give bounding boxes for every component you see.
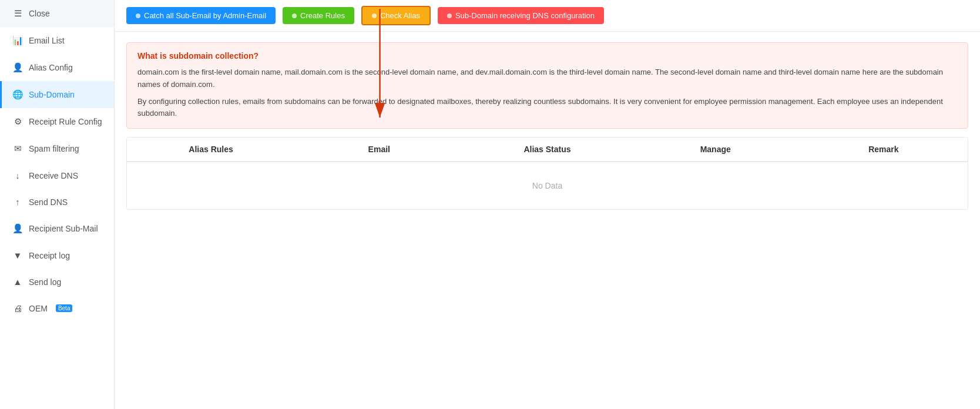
table-col-alias-status: Alias Status [463, 145, 631, 154]
sidebar-item-label-send-dns: Send DNS [29, 197, 68, 207]
create-rules-label: Create Rules [300, 11, 345, 20]
sidebar-item-label-oem: OEM [29, 304, 48, 313]
create-rules-dot-icon [292, 14, 297, 18]
send-log-icon: ▲ [12, 277, 23, 287]
main-content: Catch all Sub-Email by Admin-EmailCreate… [115, 0, 980, 409]
spam-filtering-icon: ✉ [12, 143, 23, 154]
create-rules-button[interactable]: Create Rules [283, 7, 354, 24]
check-alias-dot-icon [372, 14, 377, 18]
sidebar-item-send-log[interactable]: ▲Send log [0, 269, 114, 295]
sidebar-item-label-email-list: Email List [29, 36, 65, 45]
table-body: No Data [127, 162, 968, 209]
sidebar-item-label-send-log: Send log [29, 277, 61, 287]
sidebar-item-label-receipt-rule: Receipt Rule Config [29, 117, 102, 126]
sidebar-item-send-dns[interactable]: ↑Send DNS [0, 189, 114, 215]
sidebar-item-label-sub-domain: Sub-Domain [29, 90, 75, 99]
info-box-paragraph-1: domain.com is the first-level domain nam… [137, 66, 957, 91]
receive-dns-icon: ↓ [12, 170, 23, 180]
table-col-remark: Remark [800, 145, 968, 154]
sidebar-item-receipt-rule[interactable]: ⚙Receipt Rule Config [0, 108, 114, 135]
info-box-paragraph-2: By configuring collection rules, emails … [137, 96, 957, 120]
sidebar-item-receipt-log[interactable]: ▼Receipt log [0, 242, 114, 269]
email-list-icon: 📊 [12, 35, 23, 46]
sidebar: ☰Close📊Email List👤Alias Config🌐Sub-Domai… [0, 0, 115, 409]
table-header: Alias RulesEmailAlias StatusManageRemark [127, 138, 968, 162]
check-alias-label: Check Alias [380, 11, 420, 20]
table-col-email: Email [295, 145, 463, 154]
sidebar-item-oem[interactable]: 🖨OEMBeta [0, 295, 114, 321]
sidebar-item-label-receipt-log: Receipt log [29, 251, 70, 260]
catch-all-label: Catch all Sub-Email by Admin-Email [144, 11, 266, 20]
sidebar-item-receive-dns[interactable]: ↓Receive DNS [0, 162, 114, 189]
close-icon: ☰ [12, 8, 23, 19]
table-col-manage: Manage [632, 145, 800, 154]
sub-domain-icon: 🌐 [12, 89, 23, 100]
sidebar-item-alias-config[interactable]: 👤Alias Config [0, 54, 114, 81]
sidebar-item-label-spam-filtering: Spam filtering [29, 144, 79, 153]
sidebar-item-label-alias-config: Alias Config [29, 63, 73, 72]
sidebar-item-spam-filtering[interactable]: ✉Spam filtering [0, 135, 114, 162]
receipt-log-icon: ▼ [12, 250, 23, 260]
info-box: What is subdomain collection? domain.com… [126, 42, 968, 129]
check-alias-button[interactable]: Check Alias [361, 6, 431, 25]
oem-badge: Beta [56, 304, 73, 312]
alias-config-icon: 👤 [12, 62, 23, 73]
sidebar-item-label-close: Close [29, 9, 50, 18]
oem-icon: 🖨 [12, 303, 23, 313]
toolbar: Catch all Sub-Email by Admin-EmailCreate… [115, 0, 980, 32]
catch-all-button[interactable]: Catch all Sub-Email by Admin-Email [126, 7, 276, 24]
receipt-rule-icon: ⚙ [12, 116, 23, 127]
sub-domain-dns-dot-icon [447, 14, 452, 18]
send-dns-icon: ↑ [12, 197, 23, 207]
sidebar-item-label-receive-dns: Receive DNS [29, 171, 78, 180]
sidebar-item-label-recipient-sub-mail: Recipient Sub-Mail [29, 224, 98, 233]
sub-domain-dns-label: Sub-Domain receiving DNS configuration [455, 11, 595, 20]
table-col-alias-rules: Alias Rules [127, 145, 295, 154]
sidebar-item-email-list[interactable]: 📊Email List [0, 27, 114, 54]
sidebar-item-recipient-sub-mail[interactable]: 👤Recipient Sub-Mail [0, 215, 114, 242]
catch-all-dot-icon [136, 14, 140, 18]
info-box-title: What is subdomain collection? [137, 51, 957, 61]
sidebar-item-close[interactable]: ☰Close [0, 0, 114, 27]
sidebar-item-sub-domain[interactable]: 🌐Sub-Domain [0, 81, 114, 108]
no-data-text: No Data [532, 181, 562, 190]
recipient-sub-mail-icon: 👤 [12, 223, 23, 234]
alias-table: Alias RulesEmailAlias StatusManageRemark… [126, 137, 968, 210]
sub-domain-dns-button[interactable]: Sub-Domain receiving DNS configuration [438, 7, 604, 24]
